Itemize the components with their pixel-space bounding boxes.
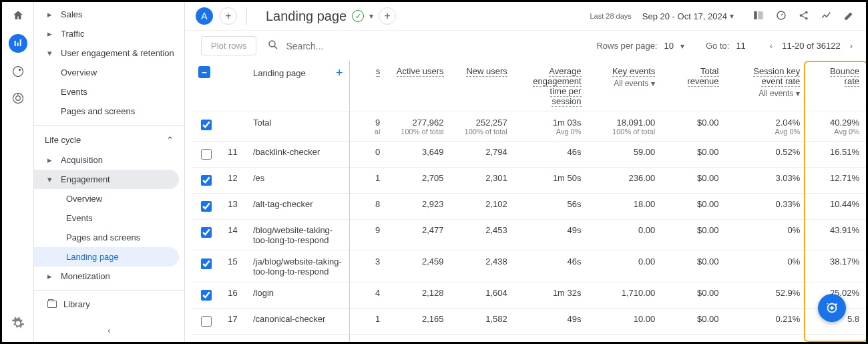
cell-page[interactable]: /canonical-checker [246,309,350,335]
col-total-revenue[interactable]: Total revenue [662,61,725,112]
explore-icon[interactable] [10,63,26,79]
chevron-right-icon: ▸ [47,9,57,19]
cell-page[interactable]: /login [246,283,350,309]
nav-sales[interactable]: ▸Sales [34,5,184,24]
col-bounce-rate[interactable]: Bounce rate [807,61,866,112]
col-sessions-partial[interactable]: s [350,61,387,112]
avatar[interactable]: A [196,7,213,25]
date-range-picker[interactable]: Sep 20 - Oct 17, 2024 ▾ [642,11,734,21]
next-page-icon[interactable]: › [847,41,855,51]
home-icon[interactable] [10,7,26,23]
cell: 38.17% [807,251,866,283]
col-new-users[interactable]: New users [451,61,514,112]
cell: 10.44% [807,194,866,220]
cell-page[interactable]: /blog/website-taking-too-long-to-respond [246,220,350,251]
cell: 49s [514,309,588,335]
cell: 16.51% [807,142,866,168]
chevron-down-icon: ▾ [47,174,57,184]
svg-point-8 [805,11,808,13]
cell: 9 [350,220,387,251]
nav-uer-overview[interactable]: Overview [34,63,184,82]
cell: 2,102 [451,194,514,220]
goto-value[interactable]: 11 [736,41,745,51]
compare-icon[interactable] [752,9,765,23]
cell: 2.04%Avg 0% [726,112,807,142]
nav-eng-overview[interactable]: Overview [34,189,184,208]
cell: 10.00 [588,309,662,335]
add-customization-button[interactable]: + [379,7,396,25]
add-comparison-button[interactable]: + [220,7,237,25]
section-label: Life cycle [45,135,81,145]
advertising-icon[interactable] [10,90,26,106]
sker-filter[interactable]: All events▾ [732,89,801,98]
nav-eng-landing[interactable]: Landing page [34,247,179,267]
cell-page[interactable]: /alt-tag-checker [246,194,350,220]
nav-eng-pages[interactable]: Pages and screens [34,228,184,247]
row-checkbox[interactable] [201,290,212,301]
cell: 1 [350,309,387,335]
prev-page-icon[interactable]: ‹ [767,41,775,51]
title-text: Landing page [266,9,347,24]
trend-icon[interactable] [821,9,833,23]
chevron-down-icon[interactable]: ▾ [369,11,373,21]
svg-rect-5 [758,11,763,19]
row-checkbox[interactable] [201,259,212,269]
cell-page[interactable]: /es [246,168,350,194]
admin-gear-icon[interactable] [10,315,26,331]
add-dimension-icon[interactable]: + [336,66,343,80]
cell-index: 14 [221,220,246,251]
insights-icon[interactable] [775,9,787,23]
assistant-fab[interactable] [818,294,846,322]
collapse-sidebar-icon[interactable]: ‹ [107,325,110,335]
row-checkbox[interactable] [201,120,212,130]
edit-icon[interactable] [843,9,855,23]
cell: 4 [350,283,387,309]
cell-index: 16 [221,283,246,309]
cell-page[interactable]: /es/blog/notificaciones-push-que-son-por… [246,335,350,343]
cell-page[interactable]: /backlink-checker [246,142,350,168]
share-icon[interactable] [798,9,810,23]
row-checkbox[interactable] [201,175,212,186]
reports-icon[interactable] [9,34,27,53]
table-row: 15/ja/blog/website-taking-too-long-to-re… [192,251,866,283]
key-events-filter[interactable]: All events▾ [595,79,656,88]
col-landing-page[interactable]: Landing page + [246,61,350,112]
plot-rows-button[interactable]: Plot rows [201,36,256,55]
row-checkbox[interactable] [201,316,212,327]
cell: 0 [350,142,387,168]
row-checkbox[interactable] [201,201,212,212]
cell: 2,438 [451,251,514,283]
row-checkbox[interactable] [201,227,212,238]
nav-label: Acquisition [61,155,103,165]
status-verified-icon[interactable]: ✓ [352,10,364,22]
cell: $0.00 [662,168,725,194]
nav-library[interactable]: Library [34,295,184,314]
nav-monetization[interactable]: ▸Monetization [34,267,184,286]
nav-engagement[interactable]: ▾Engagement [34,170,179,189]
cell: 2,165 [387,309,450,335]
nav-uer-pages[interactable]: Pages and screens [34,102,184,121]
cell: $0.00 [662,220,725,251]
col-session-ker[interactable]: Session key event rateAll events▾ [726,61,807,112]
nav-label: Engagement [61,174,110,184]
cell: 43.91% [807,220,866,251]
col-active-users[interactable]: Active users [387,61,450,112]
nav-traffic[interactable]: ▸Traffic [34,24,184,43]
cell-page[interactable]: /ja/blog/website-taking-too-long-to-resp… [246,251,350,283]
svg-point-9 [805,17,808,19]
col-avg-engagement[interactable]: Average engagement time per session [514,61,588,112]
rows-per-page-label: Rows per page: [596,41,657,51]
nav-acquisition[interactable]: ▸Acquisition [34,150,184,170]
nav-user-engagement[interactable]: ▾User engagement & retention [34,43,184,63]
topbar: A + Landing page ✓ ▾ + Last 28 days Sep … [185,2,866,30]
svg-point-0 [13,67,23,77]
deselect-all-checkbox[interactable]: − [198,66,210,78]
nav-eng-events[interactable]: Events [34,208,184,228]
row-checkbox[interactable] [201,149,212,160]
rows-per-page-select[interactable]: 10▾ [664,41,684,51]
search-input[interactable] [284,40,586,52]
nav-uer-events[interactable]: Events [34,82,184,102]
svg-point-10 [269,41,275,47]
col-key-events[interactable]: Key eventsAll events▾ [588,61,662,112]
section-lifecycle[interactable]: Life cycle⌃ [34,130,184,150]
